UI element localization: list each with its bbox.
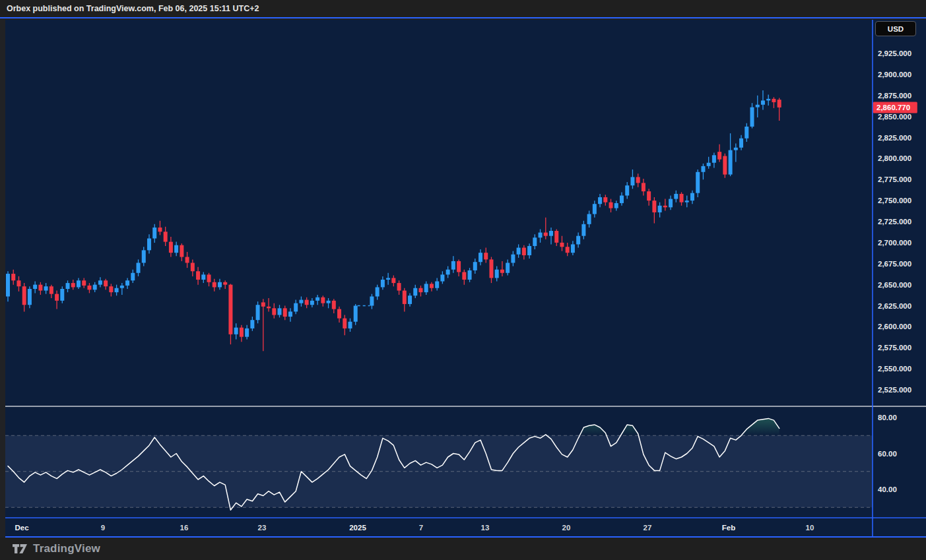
candle-body [245,328,249,337]
tradingview-brand-text[interactable]: TradingView [33,542,100,555]
candle-body [370,296,374,305]
candle-body [196,271,200,280]
candle-body [201,274,205,280]
candle-body [376,287,380,296]
time-tick-label: 7 [419,524,423,532]
price-rsi-chart-svg[interactable]: 2,925.0002,900.0002,875.0002,850.0002,82… [5,20,926,538]
candle-body [598,197,602,204]
price-axis-layer[interactable]: 2,925.0002,900.0002,875.0002,850.0002,82… [878,49,911,394]
candle-body [539,233,543,238]
candle-body [473,262,477,270]
candle-body [544,233,548,236]
candle-body [158,228,162,232]
candle-body [462,272,466,280]
candle-body [712,155,716,162]
price-tick-label: 2,600.000 [878,323,911,330]
candle-body [527,246,531,255]
candle-body [343,319,347,328]
candle-body [756,105,760,108]
candle-body [152,228,156,239]
candle-body [267,307,271,309]
candle-body [554,231,558,243]
candle-body [413,288,417,296]
candle-body [256,305,260,320]
currency-toggle-button[interactable]: USD [875,21,916,36]
candle-body [272,308,276,315]
candle-body [630,177,634,185]
candle-body [479,253,482,262]
attribution-title: Orbex published on TradingView.com, Feb … [7,0,259,17]
price-tick-label: 2,925.000 [878,49,911,57]
candle-body [451,261,455,270]
price-tick-label: 2,550.000 [878,365,911,373]
candle-body [625,185,629,195]
candle-body [250,320,254,328]
candle-body [614,203,618,208]
candle-body [734,148,738,150]
candle-body [729,150,733,175]
price-tick-label: 2,625.000 [878,302,911,310]
candle-body [180,245,183,257]
candle-body [696,172,700,193]
candle-body [495,270,499,278]
candle-body [500,270,504,273]
candle-body [87,286,91,290]
candle-body [174,245,178,253]
candle-body [680,194,684,202]
candle-body [489,259,493,278]
price-tick-label: 2,825.000 [878,134,911,142]
candle-body [430,284,434,288]
chart-area[interactable]: 2,925.0002,900.0002,875.0002,850.0002,82… [5,20,926,538]
time-axis-layer[interactable]: Dec9162320257132027Feb10 [15,524,814,532]
time-tick-label: Feb [722,524,735,532]
candle-body [348,322,352,328]
candle-body [137,263,141,272]
time-tick-label: 2025 [349,524,366,532]
candle-body [690,193,694,201]
candle-body [55,294,59,301]
candle-body [169,242,173,253]
candle-body [517,248,521,255]
candle-body [511,255,515,263]
candle-body [22,286,26,305]
candle-body [381,280,385,287]
candle-body [652,201,656,212]
candle-body [701,166,705,172]
candle-body [403,291,407,304]
time-tick-label: Dec [15,524,29,532]
candle-body [240,328,244,337]
candle-body [315,297,319,301]
candle-body [77,280,81,287]
time-tick-label: 23 [258,524,267,532]
candle-body [278,308,282,315]
candle-body [766,99,770,101]
candle-body [207,274,211,282]
candle-body [120,286,124,288]
tradingview-logo-icon[interactable] [12,543,28,555]
candle-body [603,197,607,202]
time-tick-label: 13 [481,524,490,532]
candle-body [115,288,119,292]
currency-toggle-label: USD [888,25,904,33]
last-price-label: 2,860.770 [876,104,910,111]
candle-body [305,300,309,305]
time-tick-label: 10 [806,524,814,532]
candle-body [131,273,135,280]
candle-body [71,283,75,287]
price-tick-label: 2,775.000 [878,175,911,183]
candle-body [468,270,472,280]
candle-body [288,311,292,317]
candle-body [294,303,298,312]
candle-body [66,283,70,289]
candle-body [223,282,227,285]
price-tick-label: 2,675.000 [878,260,911,268]
rsi-axis-layer[interactable]: 80.0060.0040.00 [878,414,897,493]
candle-body [674,194,678,199]
candle-body [261,302,265,306]
price-tick-label: 2,875.000 [878,92,911,100]
candle-body [424,284,428,292]
candle-body [717,152,721,159]
time-tick-label: 9 [101,524,105,532]
candle-body [17,280,20,286]
candle-body [636,177,640,183]
